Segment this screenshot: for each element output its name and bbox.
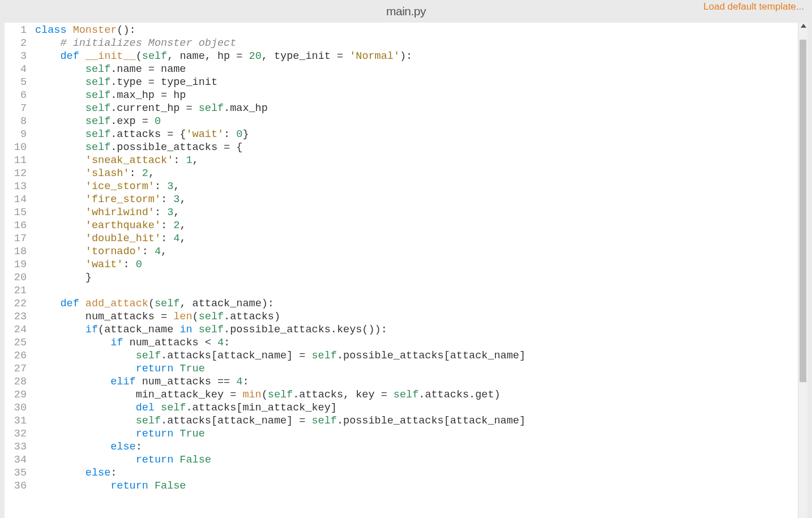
code-line[interactable]: self.possible_attacks = { [35,141,807,154]
code-line[interactable]: 'wait': 0 [35,258,807,271]
code-line[interactable]: 'earthquake': 2, [35,219,807,232]
code-line[interactable]: def add_attack(self, attack_name): [35,297,807,310]
line-number: 12 [5,167,27,180]
code-line[interactable]: 'double_hit': 4, [35,232,807,245]
code-line[interactable]: 'ice_storm': 3, [35,180,807,193]
vertical-scrollbar[interactable] [798,23,807,518]
code-line[interactable]: else: [35,466,807,480]
line-number: 7 [5,102,27,115]
scroll-thumb[interactable] [800,40,806,382]
line-number: 14 [5,193,27,206]
code-line[interactable]: self.name = name [35,63,807,76]
line-number: 15 [5,206,27,219]
line-number: 18 [5,245,27,258]
code-line[interactable] [35,284,807,297]
code-line[interactable]: else: [35,440,807,453]
code-editor[interactable]: 1234567891011121314151617181920212223242… [5,23,807,518]
line-number: 27 [5,362,27,375]
line-number: 11 [5,154,27,167]
line-number: 30 [5,401,27,414]
code-line[interactable]: self.attacks = {'wait': 0} [35,128,807,141]
code-line[interactable]: 'fire_storm': 3, [35,193,807,206]
line-number: 5 [5,76,27,89]
code-line[interactable]: min_attack_key = min(self.attacks, key =… [35,388,807,401]
line-number: 17 [5,232,27,245]
line-number: 32 [5,427,27,440]
code-line[interactable]: 'whirlwind': 3, [35,206,807,219]
code-line[interactable]: self.type = type_init [35,76,807,89]
code-line[interactable]: return True [35,362,807,375]
line-number: 25 [5,336,27,349]
code-line[interactable]: # initializes Monster object [35,37,807,50]
line-number: 20 [5,271,27,284]
code-line[interactable]: 'tornado': 4, [35,245,807,258]
line-number: 1 [5,24,27,37]
code-line[interactable]: self.attacks[attack_name] = self.possibl… [35,349,807,362]
line-number: 31 [5,414,27,427]
code-line[interactable]: return False [35,453,807,466]
code-line[interactable]: elif num_attacks == 4: [35,375,807,388]
line-number: 2 [5,37,27,50]
line-number: 23 [5,310,27,323]
line-number: 13 [5,180,27,193]
line-number: 36 [5,480,27,493]
line-number: 22 [5,297,27,310]
code-line[interactable]: return True [35,427,807,440]
line-number: 16 [5,219,27,232]
code-line[interactable]: return False [35,480,807,493]
line-number: 33 [5,440,27,453]
editor-header: main.py Load default template... [0,0,812,23]
line-number: 6 [5,89,27,102]
line-number: 29 [5,388,27,401]
line-number: 24 [5,323,27,336]
scroll-up-arrow-icon[interactable] [801,24,806,28]
code-line[interactable]: class Monster(): [35,24,807,37]
line-number-gutter: 1234567891011121314151617181920212223242… [5,23,32,518]
code-line[interactable]: } [35,271,807,284]
line-number: 8 [5,115,27,128]
line-number: 34 [5,453,27,466]
code-line[interactable]: self.exp = 0 [35,115,807,128]
code-content[interactable]: class Monster(): # initializes Monster o… [32,23,807,518]
line-number: 4 [5,63,27,76]
code-line[interactable]: def __init__(self, name, hp = 20, type_i… [35,50,807,63]
code-line[interactable]: self.current_hp = self.max_hp [35,102,807,115]
line-number: 26 [5,349,27,362]
line-number: 3 [5,50,27,63]
line-number: 28 [5,375,27,388]
line-number: 19 [5,258,27,271]
line-number: 10 [5,141,27,154]
code-line[interactable]: if num_attacks < 4: [35,336,807,349]
code-line[interactable]: num_attacks = len(self.attacks) [35,310,807,323]
code-line[interactable]: 'slash': 2, [35,167,807,180]
code-line[interactable]: self.max_hp = hp [35,89,807,102]
line-number: 21 [5,284,27,297]
filename-label: main.py [386,5,426,18]
code-line[interactable]: self.attacks[attack_name] = self.possibl… [35,414,807,427]
line-number: 35 [5,466,27,480]
code-line[interactable]: if(attack_name in self.possible_attacks.… [35,323,807,336]
load-template-link[interactable]: Load default template... [703,1,804,12]
line-number: 9 [5,128,27,141]
code-line[interactable]: 'sneak_attack': 1, [35,154,807,167]
code-line[interactable]: del self.attacks[min_attack_key] [35,401,807,414]
